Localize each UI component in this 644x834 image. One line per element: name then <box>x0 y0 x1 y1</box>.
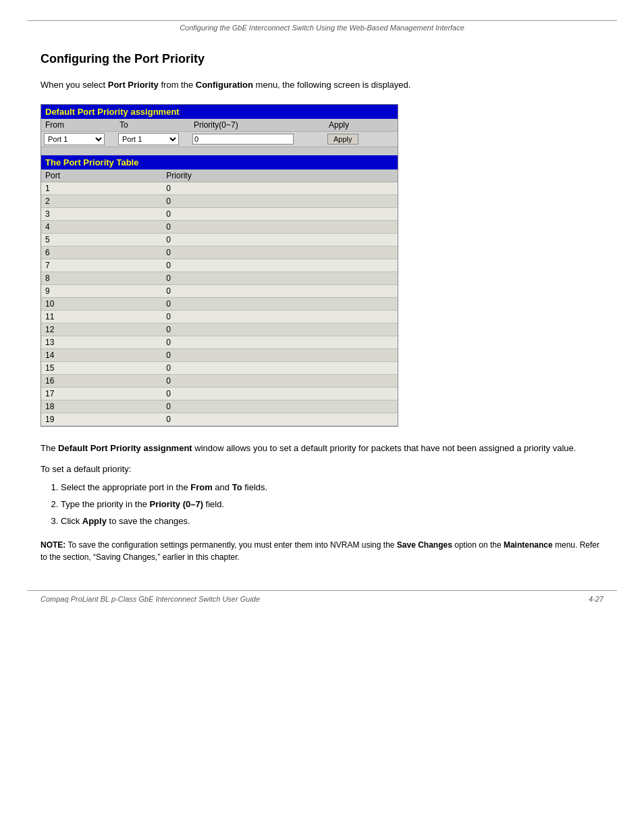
form-spacer <box>41 147 398 155</box>
table-cell-port: 19 <box>41 413 162 425</box>
step-2: Type the priority in the Priority (0–7) … <box>61 498 603 512</box>
table-row: 110 <box>41 310 398 323</box>
header-text: Configuring the GbE Interconnect Switch … <box>0 21 644 38</box>
table-row: 70 <box>41 259 398 271</box>
priority-table-body: 1020304050607080901001101201301401501601… <box>41 182 398 425</box>
steps-intro: To set a default priority: <box>41 464 603 474</box>
footer-row: Compaq ProLiant BL p-Class GbE Interconn… <box>0 591 644 607</box>
table-cell-priority: 0 <box>162 194 398 207</box>
table-cell-priority: 0 <box>162 297 398 310</box>
port-priority-table-header: The Port Priority Table <box>41 155 398 170</box>
description-paragraph: The Default Port Priority assignment win… <box>41 442 603 455</box>
table-row: 60 <box>41 246 398 259</box>
table-row: 10 <box>41 182 398 194</box>
table-cell-port: 11 <box>41 310 162 323</box>
from-input-wrapper: Port 1 Port 2 Port 3 Port 4 Port 5 Port … <box>41 132 115 147</box>
main-content: Configuring the Port Priority When you s… <box>0 38 644 590</box>
table-cell-priority: 0 <box>162 271 398 284</box>
table-cell-port: 12 <box>41 323 162 336</box>
priority-input[interactable] <box>192 134 294 145</box>
to-select[interactable]: Port 1 Port 2 Port 3 Port 4 Port 5 Port … <box>118 133 179 145</box>
table-cell-priority: 0 <box>162 310 398 323</box>
table-cell-port: 13 <box>41 336 162 348</box>
footer-left-text: Compaq ProLiant BL p-Class GbE Interconn… <box>41 595 260 603</box>
table-cell-priority: 0 <box>162 348 398 361</box>
apply-input-wrapper: Apply <box>325 132 379 146</box>
table-cell-port: 2 <box>41 194 162 207</box>
table-row: 160 <box>41 374 398 387</box>
priority-label: Priority(0~7) <box>190 119 325 131</box>
table-row: 170 <box>41 387 398 400</box>
table-row: 20 <box>41 194 398 207</box>
table-row: 30 <box>41 207 398 220</box>
table-row: 80 <box>41 271 398 284</box>
table-cell-priority: 0 <box>162 323 398 336</box>
from-label: From <box>41 119 115 131</box>
table-cell-port: 8 <box>41 271 162 284</box>
table-cell-priority: 0 <box>162 259 398 271</box>
table-row: 140 <box>41 348 398 361</box>
page-title: Configuring the Port Priority <box>41 52 603 66</box>
table-cell-port: 15 <box>41 361 162 374</box>
table-cell-port: 4 <box>41 220 162 233</box>
from-select[interactable]: Port 1 Port 2 Port 3 Port 4 Port 5 Port … <box>44 133 105 145</box>
note-box: NOTE: To save the configuration settings… <box>41 539 603 563</box>
table-cell-port: 5 <box>41 233 162 246</box>
apply-button[interactable]: Apply <box>327 134 358 145</box>
table-row: 90 <box>41 284 398 297</box>
ui-screenshot-box: Default Port Priority assignment From To… <box>41 104 398 427</box>
table-cell-priority: 0 <box>162 284 398 297</box>
priority-input-wrapper <box>190 132 325 146</box>
table-cell-priority: 0 <box>162 387 398 400</box>
to-label: To <box>115 119 190 131</box>
table-cell-priority: 0 <box>162 220 398 233</box>
table-cell-port: 16 <box>41 374 162 387</box>
table-cell-priority: 0 <box>162 361 398 374</box>
step-1: Select the appropriate port in the From … <box>61 481 603 495</box>
table-cell-port: 18 <box>41 400 162 413</box>
priority-table: Port Priority 10203040506070809010011012… <box>41 170 398 426</box>
table-row: 50 <box>41 233 398 246</box>
table-cell-priority: 0 <box>162 413 398 425</box>
table-cell-priority: 0 <box>162 246 398 259</box>
steps-list: Select the appropriate port in the From … <box>61 481 603 528</box>
table-cell-port: 9 <box>41 284 162 297</box>
table-cell-priority: 0 <box>162 336 398 348</box>
table-cell-port: 10 <box>41 297 162 310</box>
table-row: 180 <box>41 400 398 413</box>
table-cell-priority: 0 <box>162 182 398 194</box>
step-3: Click Apply to save the changes. <box>61 515 603 529</box>
footer-right-text: 4-27 <box>589 595 603 603</box>
table-row: 120 <box>41 323 398 336</box>
col-header-priority: Priority <box>162 170 398 182</box>
table-cell-priority: 0 <box>162 207 398 220</box>
table-cell-port: 3 <box>41 207 162 220</box>
table-cell-priority: 0 <box>162 233 398 246</box>
default-assignment-header: Default Port Priority assignment <box>41 105 398 119</box>
table-row: 190 <box>41 413 398 425</box>
table-row: 40 <box>41 220 398 233</box>
table-cell-port: 1 <box>41 182 162 194</box>
table-cell-port: 17 <box>41 387 162 400</box>
intro-paragraph: When you select Port Priority from the C… <box>41 78 603 92</box>
table-row: 100 <box>41 297 398 310</box>
apply-label: Apply <box>325 119 379 131</box>
table-cell-port: 6 <box>41 246 162 259</box>
table-header-row: Port Priority <box>41 170 398 182</box>
table-cell-priority: 0 <box>162 374 398 387</box>
table-row: 130 <box>41 336 398 348</box>
page-container: Configuring the GbE Interconnect Switch … <box>0 20 644 834</box>
to-input-wrapper: Port 1 Port 2 Port 3 Port 4 Port 5 Port … <box>115 132 190 147</box>
table-cell-port: 14 <box>41 348 162 361</box>
table-cell-priority: 0 <box>162 400 398 413</box>
form-labels-row: From To Priority(0~7) Apply <box>41 119 398 132</box>
table-row: 150 <box>41 361 398 374</box>
form-inputs-row: Port 1 Port 2 Port 3 Port 4 Port 5 Port … <box>41 132 398 147</box>
col-header-port: Port <box>41 170 162 182</box>
table-cell-port: 7 <box>41 259 162 271</box>
